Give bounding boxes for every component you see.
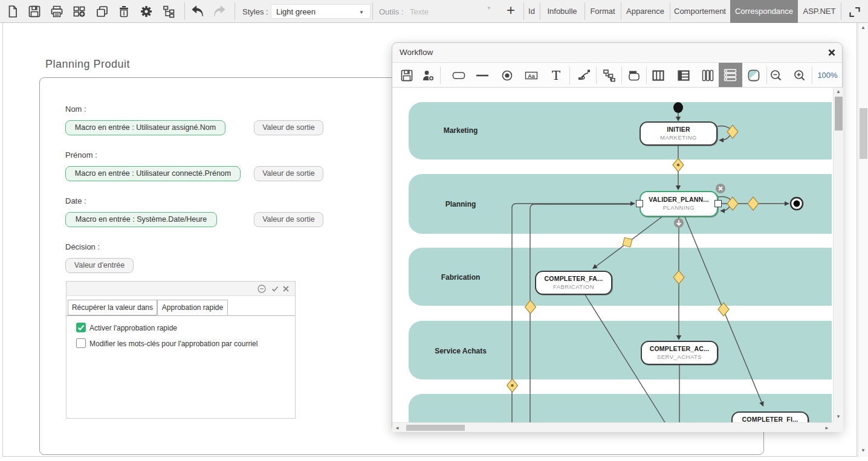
- checkbox-label: Modifier les mots-clés pour l'approbatio…: [89, 340, 257, 348]
- chevron-down-icon: ▼: [359, 10, 364, 15]
- tab-correspondance[interactable]: Correspondance: [730, 0, 798, 23]
- duplicate-icon[interactable]: [96, 5, 109, 18]
- macro-input-nom[interactable]: Macro en entrée : Utilisateur assigné.No…: [65, 120, 225, 135]
- page-scrollbar[interactable]: ▲ ▼: [858, 23, 868, 457]
- application-window: Styles : Light green ▼ Outils : Texte ▼ …: [0, 0, 868, 461]
- workflow-title: Workflow: [400, 48, 433, 57]
- swimlanes[interactable]: [409, 102, 832, 422]
- checkbox-modifier-mots-cles[interactable]: [76, 338, 86, 348]
- toolbar-separator: [621, 66, 622, 84]
- collapse-icon[interactable]: [257, 285, 266, 293]
- node-completer-finance[interactable]: COMPLETER_FI...: [731, 411, 809, 422]
- workflow-hscrollbar-thumb[interactable]: [406, 425, 465, 431]
- delete-node-badge[interactable]: [716, 184, 725, 193]
- field-label-prenom: Prénom :: [65, 150, 97, 160]
- decision-panel: Récupérer la valeur dans Approbation rap…: [66, 281, 296, 419]
- toolbar-separator: [766, 66, 767, 84]
- field-label-date: Date :: [65, 196, 86, 205]
- scroll-down-icon[interactable]: ▼: [836, 414, 841, 419]
- confirm-check-icon[interactable]: [271, 285, 279, 293]
- input-value-button[interactable]: Valeur d'entrée: [65, 258, 134, 273]
- checkbox-activer-approbation[interactable]: [76, 323, 86, 332]
- outils-select-value[interactable]: Texte: [410, 7, 429, 16]
- node-completer-achats[interactable]: COMPLETER_AC... SERV_ACHATS: [641, 341, 718, 365]
- toolbar-separator: [596, 66, 597, 84]
- line-tool-icon[interactable]: [475, 68, 490, 83]
- tab-comportement[interactable]: Comportement: [670, 0, 730, 23]
- checkbox-label: Activer l'approbation rapide: [89, 324, 177, 332]
- tab-recuperer-valeur[interactable]: Récupérer la valeur dans: [68, 300, 157, 315]
- svg-text:Aa: Aa: [528, 73, 535, 79]
- row-table-icon[interactable]: [676, 68, 691, 83]
- scroll-right-icon[interactable]: ►: [824, 425, 829, 431]
- tab-apparence[interactable]: Apparence: [621, 0, 670, 23]
- workflow-titlebar[interactable]: Workflow: [392, 43, 842, 63]
- tab-infobulle[interactable]: Infobulle: [540, 0, 585, 23]
- lasso-select-icon[interactable]: [577, 68, 592, 83]
- print-icon[interactable]: [50, 5, 63, 18]
- workflow-canvas[interactable]: Marketing Planning Fabrication Service A…: [392, 88, 833, 422]
- lane-label-service-achats: Service Achats: [435, 347, 487, 355]
- end-node[interactable]: [791, 198, 803, 210]
- page-scrollbar-thumb[interactable]: [860, 108, 867, 159]
- zoom-out-icon[interactable]: [769, 68, 783, 83]
- text-tool-icon[interactable]: T: [549, 68, 563, 83]
- scroll-down-icon[interactable]: ▼: [861, 448, 866, 453]
- expand-icon[interactable]: [848, 5, 861, 19]
- scroll-left-icon[interactable]: ◄: [395, 425, 400, 431]
- styles-select[interactable]: Light green ▼: [271, 4, 371, 19]
- workflow-toolbar: Aa T 100%: [392, 63, 842, 88]
- close-icon[interactable]: [282, 285, 290, 293]
- lane-label-planning: Planning: [445, 200, 476, 208]
- zoom-in-icon[interactable]: [792, 68, 807, 83]
- gateway-dot: [677, 164, 680, 167]
- output-value-button[interactable]: Valeur de sortie: [254, 120, 323, 135]
- settings-gear-icon[interactable]: [140, 5, 153, 18]
- toolbar-separator: [235, 2, 235, 20]
- org-chart-icon[interactable]: [602, 68, 617, 83]
- close-icon[interactable]: [828, 48, 836, 57]
- new-document-icon[interactable]: [6, 5, 19, 18]
- resize-handle-right[interactable]: [714, 200, 722, 207]
- horizontal-lanes-selected[interactable]: [719, 63, 742, 87]
- scroll-up-icon[interactable]: ▲: [836, 89, 841, 94]
- add-button[interactable]: +: [507, 2, 515, 19]
- output-value-button[interactable]: Valeur de sortie: [254, 212, 323, 227]
- color-swatch-icon[interactable]: [747, 68, 761, 83]
- tab-format[interactable]: Format: [585, 0, 621, 23]
- add-user-icon[interactable]: [421, 68, 435, 83]
- hierarchy-icon[interactable]: [162, 5, 175, 18]
- toolbar-separator: [569, 66, 570, 84]
- field-label-decision: Décision :: [65, 242, 100, 251]
- tab-id[interactable]: Id: [523, 0, 540, 23]
- expand-node-badge[interactable]: [674, 218, 684, 228]
- phase-tool-icon[interactable]: [627, 68, 641, 83]
- toolbar-separator: [372, 2, 373, 20]
- node-valider-planning[interactable]: VALIDER_PLANN... PLANNING: [640, 191, 718, 217]
- scroll-up-icon[interactable]: ▲: [861, 25, 866, 30]
- delete-icon[interactable]: [117, 5, 131, 18]
- resize-handle-left[interactable]: [636, 200, 643, 207]
- add-dashboard-icon[interactable]: [73, 5, 86, 18]
- label-tool-icon[interactable]: Aa: [524, 68, 539, 83]
- column-table-icon[interactable]: [651, 68, 666, 83]
- node-completer-fabrication[interactable]: COMPLETER_FA... FABRICATION: [535, 271, 612, 295]
- page-title: Planning Produit: [45, 58, 130, 71]
- node-initier[interactable]: INITIER MARKETING: [640, 121, 717, 146]
- macro-input-prenom[interactable]: Macro en entrée : Utilisateur connecté.P…: [65, 166, 241, 181]
- start-node[interactable]: [673, 102, 683, 113]
- radio-tool-icon[interactable]: [500, 68, 514, 83]
- vertical-lanes-icon[interactable]: [701, 68, 715, 83]
- save-icon[interactable]: [28, 5, 41, 18]
- rectangle-tool-icon[interactable]: [452, 68, 466, 83]
- redo-icon[interactable]: [213, 5, 226, 18]
- workflow-vscrollbar[interactable]: ▲ ▼: [833, 88, 843, 422]
- output-value-button[interactable]: Valeur de sortie: [254, 166, 323, 181]
- tab-aspnet[interactable]: ASP.NET: [798, 0, 841, 23]
- undo-icon[interactable]: [191, 5, 204, 18]
- save-icon[interactable]: [400, 68, 414, 83]
- workflow-vscrollbar-thumb[interactable]: [835, 97, 843, 131]
- macro-input-date[interactable]: Macro en entrée : Système.Date/Heure: [65, 212, 217, 227]
- tab-approbation-rapide[interactable]: Approbation rapide: [157, 300, 228, 315]
- workflow-hscrollbar[interactable]: ◄ ►: [392, 422, 833, 432]
